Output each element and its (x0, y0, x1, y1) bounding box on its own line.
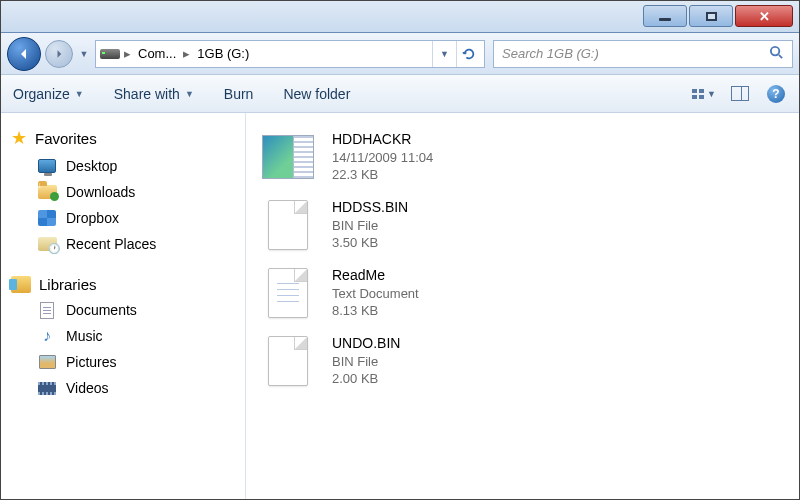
favorites-label: Favorites (35, 130, 97, 147)
chevron-right-icon[interactable]: ▸ (183, 46, 190, 61)
drive-icon (100, 45, 120, 63)
burn-button[interactable]: Burn (224, 86, 254, 102)
file-name: HDDSS.BIN (332, 198, 408, 217)
generic-file-icon (268, 200, 308, 250)
search-input[interactable]: Search 1GB (G:) (493, 40, 793, 68)
back-button[interactable] (7, 37, 41, 71)
file-item[interactable]: UNDO.BINBIN File2.00 KB (260, 327, 785, 395)
file-item[interactable]: ReadMeText Document8.13 KB (260, 259, 785, 327)
libraries-icon (11, 275, 31, 293)
generic-file-icon (268, 336, 308, 386)
sidebar-item-label: Recent Places (66, 236, 156, 252)
file-size: 2.00 KB (332, 370, 400, 388)
svg-point-0 (771, 46, 779, 54)
desktop-icon (37, 157, 57, 175)
text-file-icon (268, 268, 308, 318)
new-folder-button[interactable]: New folder (283, 86, 350, 102)
file-meta-line: Text Document (332, 285, 419, 303)
file-meta-line: 14/11/2009 11:04 (332, 149, 433, 167)
file-meta-line: BIN File (332, 353, 400, 371)
pictures-icon (37, 353, 57, 371)
sidebar-item-videos[interactable]: Videos (1, 375, 245, 401)
address-dropdown-icon[interactable]: ▼ (432, 41, 456, 67)
sidebar-item-label: Desktop (66, 158, 117, 174)
share-label: Share with (114, 86, 180, 102)
file-name: HDDHACKR (332, 130, 433, 149)
videos-icon (37, 379, 57, 397)
application-icon (262, 135, 314, 179)
history-dropdown-icon[interactable]: ▼ (77, 49, 91, 59)
view-options-button[interactable]: ▼ (693, 85, 715, 103)
libraries-label: Libraries (39, 276, 97, 293)
navigation-sidebar: ★ Favorites Desktop Downloads Dropbox Re… (1, 113, 246, 500)
organize-button[interactable]: Organize▼ (13, 86, 84, 102)
sidebar-item-label: Downloads (66, 184, 135, 200)
preview-pane-button[interactable] (729, 85, 751, 103)
sidebar-item-downloads[interactable]: Downloads (1, 179, 245, 205)
file-name: UNDO.BIN (332, 334, 400, 353)
downloads-icon (37, 183, 57, 201)
file-size: 22.3 KB (332, 166, 433, 184)
command-toolbar: Organize▼ Share with▼ Burn New folder ▼ … (1, 75, 799, 113)
forward-button[interactable] (45, 40, 73, 68)
file-name: ReadMe (332, 266, 419, 285)
minimize-button[interactable] (643, 5, 687, 27)
sidebar-item-dropbox[interactable]: Dropbox (1, 205, 245, 231)
documents-icon (37, 301, 57, 319)
file-list: HDDHACKR14/11/2009 11:0422.3 KBHDDSS.BIN… (246, 113, 799, 500)
breadcrumb-computer[interactable]: Com... (135, 46, 179, 61)
address-bar[interactable]: ▸ Com... ▸ 1GB (G:) ▼ (95, 40, 485, 68)
sidebar-item-documents[interactable]: Documents (1, 297, 245, 323)
title-bar: ✕ (1, 1, 799, 33)
sidebar-item-desktop[interactable]: Desktop (1, 153, 245, 179)
search-icon (769, 45, 784, 63)
maximize-button[interactable] (689, 5, 733, 27)
navigation-bar: ▼ ▸ Com... ▸ 1GB (G:) ▼ Search 1GB (G:) (1, 33, 799, 75)
sidebar-item-recent-places[interactable]: Recent Places (1, 231, 245, 257)
breadcrumb-drive[interactable]: 1GB (G:) (194, 46, 252, 61)
file-item[interactable]: HDDHACKR14/11/2009 11:0422.3 KB (260, 123, 785, 191)
music-icon: ♪ (37, 327, 57, 345)
recent-places-icon (37, 235, 57, 253)
file-item[interactable]: HDDSS.BINBIN File3.50 KB (260, 191, 785, 259)
sidebar-item-label: Music (66, 328, 103, 344)
file-size: 8.13 KB (332, 302, 419, 320)
sidebar-item-pictures[interactable]: Pictures (1, 349, 245, 375)
file-meta-line: BIN File (332, 217, 408, 235)
new-folder-label: New folder (283, 86, 350, 102)
search-placeholder: Search 1GB (G:) (502, 46, 599, 61)
refresh-button[interactable] (456, 41, 480, 67)
sidebar-item-label: Pictures (66, 354, 117, 370)
close-button[interactable]: ✕ (735, 5, 793, 27)
sidebar-item-label: Documents (66, 302, 137, 318)
dropbox-icon (37, 209, 57, 227)
libraries-group[interactable]: Libraries (1, 271, 245, 297)
file-size: 3.50 KB (332, 234, 408, 252)
help-button[interactable]: ? (765, 85, 787, 103)
favorites-group[interactable]: ★ Favorites (1, 123, 245, 153)
sidebar-item-music[interactable]: ♪ Music (1, 323, 245, 349)
sidebar-item-label: Videos (66, 380, 109, 396)
star-icon: ★ (11, 127, 27, 149)
share-with-button[interactable]: Share with▼ (114, 86, 194, 102)
sidebar-item-label: Dropbox (66, 210, 119, 226)
burn-label: Burn (224, 86, 254, 102)
chevron-right-icon[interactable]: ▸ (124, 46, 131, 61)
organize-label: Organize (13, 86, 70, 102)
